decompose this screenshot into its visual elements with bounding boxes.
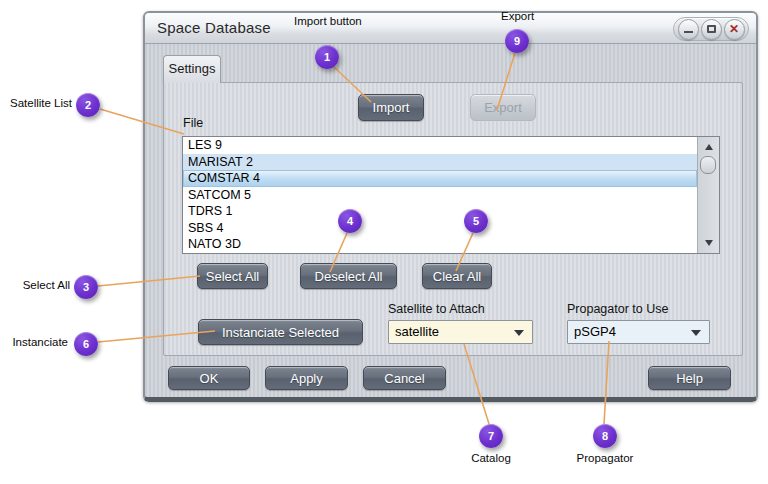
help-button[interactable]: Help — [648, 366, 731, 390]
maximize-icon — [707, 25, 716, 33]
title-bar[interactable]: Space Database ✕ — [145, 13, 756, 44]
propagator-to-use-dropdown[interactable]: pSGP4 — [567, 320, 710, 344]
list-item[interactable]: SATCOM 5 — [183, 187, 697, 204]
callout-label-select-all: Select All — [22, 279, 70, 291]
callout-label-propagator: Propagator — [574, 452, 636, 464]
callout-badge-1: 1 — [315, 45, 339, 69]
callout-badge-3: 3 — [74, 275, 98, 299]
callout-label-instanciate: Instanciate — [8, 336, 68, 348]
window-controls: ✕ — [673, 17, 749, 41]
scrollbar-thumb[interactable] — [700, 156, 716, 174]
list-item[interactable]: SBS 4 — [183, 220, 697, 237]
maximize-button[interactable] — [701, 19, 722, 40]
callout-label-export: Export — [501, 10, 534, 22]
instanciate-selected-button[interactable]: Instanciate Selected — [198, 319, 363, 345]
close-button[interactable]: ✕ — [724, 19, 745, 40]
ok-button[interactable]: OK — [168, 366, 250, 390]
cancel-button[interactable]: Cancel — [363, 366, 446, 390]
minimize-button[interactable] — [678, 19, 699, 40]
callout-badge-6: 6 — [74, 332, 98, 356]
file-list-label: File — [183, 116, 203, 130]
list-item-selected[interactable]: MARISAT 2 — [183, 154, 697, 171]
callout-badge-8: 8 — [593, 424, 617, 448]
list-item[interactable]: LES 9 — [183, 137, 697, 154]
satellite-to-attach-dropdown[interactable]: satellite — [388, 320, 533, 344]
space-database-dialog: Space Database ✕ Settings Import Export … — [143, 11, 758, 402]
callout-badge-9: 9 — [505, 29, 529, 53]
list-item-selected[interactable]: COMSTAR 4 — [183, 170, 697, 187]
satellite-dropdown-value: satellite — [395, 324, 439, 339]
callout-badge-7: 7 — [479, 424, 503, 448]
callout-label-import-button: Import button — [294, 15, 362, 27]
apply-button[interactable]: Apply — [265, 366, 348, 390]
callout-badge-2: 2 — [76, 93, 100, 117]
callout-label-catalog: Catalog — [463, 452, 519, 464]
minimize-icon — [684, 31, 693, 33]
satellite-to-attach-label: Satellite to Attach — [388, 302, 485, 316]
propagator-to-use-label: Propagator to Use — [567, 302, 668, 316]
deselect-all-button[interactable]: Deselect All — [300, 263, 397, 289]
export-button[interactable]: Export — [470, 94, 536, 121]
scroll-up-icon[interactable] — [705, 144, 713, 150]
callout-badge-5: 5 — [464, 209, 488, 233]
close-icon: ✕ — [729, 23, 739, 35]
callout-label-satellite-list: Satellite List — [10, 97, 72, 109]
chevron-down-icon — [514, 330, 524, 336]
list-items: LES 9 MARISAT 2 COMSTAR 4 SATCOM 5 TDRS … — [183, 137, 697, 253]
list-item[interactable]: TDRS 1 — [183, 203, 697, 220]
callout-badge-4: 4 — [338, 209, 362, 233]
propagator-dropdown-value: pSGP4 — [574, 324, 616, 339]
window-title: Space Database — [157, 19, 271, 36]
settings-tab-panel: Import Export File LES 9 MARISAT 2 COMST… — [163, 82, 743, 356]
list-scrollbar[interactable] — [697, 137, 719, 253]
scroll-down-icon[interactable] — [705, 240, 713, 246]
tab-settings[interactable]: Settings — [163, 55, 221, 83]
list-item[interactable]: NATO 3D — [183, 236, 697, 253]
import-button[interactable]: Import — [358, 94, 424, 121]
screenshot-root: Space Database ✕ Settings Import Export … — [0, 0, 768, 484]
select-all-button[interactable]: Select All — [197, 263, 268, 289]
clear-all-button[interactable]: Clear All — [422, 263, 492, 289]
satellite-file-listbox: LES 9 MARISAT 2 COMSTAR 4 SATCOM 5 TDRS … — [182, 136, 720, 254]
chevron-down-icon — [691, 330, 701, 336]
